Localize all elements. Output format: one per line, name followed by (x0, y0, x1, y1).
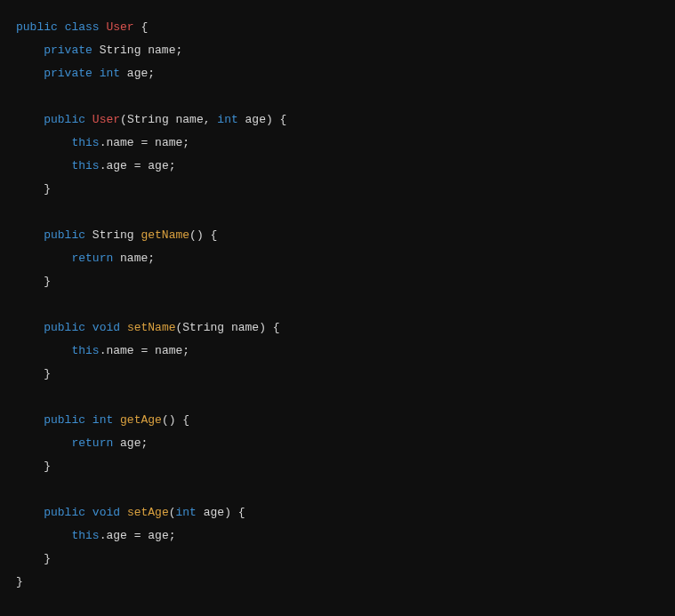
token-kw: class (65, 20, 100, 34)
token-kw: void (92, 321, 120, 334)
token-var: name (148, 44, 175, 57)
token-pn: = (141, 136, 148, 149)
token-pn: } (44, 275, 51, 288)
token-pn: } (44, 460, 51, 473)
token-pn: } (44, 552, 51, 565)
token-var: name (155, 344, 182, 357)
code-line: } (16, 455, 659, 478)
token-pn: = (134, 529, 141, 542)
token-kw: public (44, 321, 85, 334)
token-var: age (148, 159, 168, 172)
token-var: age (120, 436, 141, 450)
token-pn: , (204, 113, 218, 126)
token-pn: ) { (224, 506, 245, 519)
code-line (16, 386, 659, 409)
token-var: age (106, 159, 126, 172)
token-var: age (204, 506, 224, 519)
token-pn: } (44, 367, 51, 380)
code-line: public class User { (16, 16, 659, 39)
token-kw: return (71, 436, 113, 450)
token-kw: int (100, 67, 120, 80)
code-line: public void setName(String name) { (16, 316, 659, 340)
code-line: public User(String name, int age) { (16, 108, 659, 132)
token-cls: User (106, 20, 133, 34)
token-kw: private (44, 44, 92, 57)
code-line (16, 85, 659, 108)
code-line: return age; (16, 432, 659, 455)
token-pn: ; (169, 529, 176, 542)
token-pn: ; (141, 436, 148, 450)
token-method: getAge (120, 413, 162, 427)
token-kw: this (71, 529, 99, 542)
token-pn: ; (148, 252, 155, 265)
token-method: setName (127, 321, 176, 334)
code-line: private int age; (16, 62, 659, 85)
token-pn: } (16, 575, 23, 588)
token-type: String (100, 44, 141, 57)
token-var: name (231, 321, 259, 334)
token-kw: public (44, 506, 85, 519)
token-pn: ; (182, 344, 189, 357)
token-kw: private (44, 67, 92, 80)
token-pn: ; (169, 159, 176, 172)
code-line (16, 293, 659, 316)
code-line: this.age = age; (16, 524, 659, 548)
token-cls: User (92, 113, 120, 126)
code-line: public String getName() { (16, 224, 659, 247)
token-kw: this (71, 136, 99, 149)
token-kw: this (71, 159, 99, 172)
code-line: this.name = name; (16, 340, 659, 363)
code-line: private String name; (16, 39, 659, 62)
token-type: String (92, 228, 134, 242)
token-var: name (155, 136, 182, 149)
token-method: setAge (127, 506, 169, 519)
token-pn: { (141, 20, 148, 34)
code-line: } (16, 548, 659, 571)
token-var: age (106, 529, 126, 542)
token-pn: ( (169, 506, 176, 519)
token-var: name (120, 252, 148, 265)
code-line: } (16, 178, 659, 201)
token-kw: public (16, 20, 58, 34)
token-var: name (106, 344, 133, 357)
token-pn: ; (182, 136, 189, 149)
token-type: String (127, 113, 169, 126)
token-var: name (176, 113, 204, 126)
code-line: this.age = age; (16, 155, 659, 178)
token-pn: = (134, 159, 141, 172)
token-kw: public (44, 228, 85, 242)
token-pn: } (44, 182, 51, 196)
code-line: return name; (16, 247, 659, 270)
token-type: String (182, 321, 224, 334)
token-kw: int (217, 113, 237, 126)
code-line: } (16, 270, 659, 293)
code-editor: public class User { private String name;… (16, 16, 659, 594)
token-kw: public (44, 113, 85, 126)
token-pn: ) { (259, 321, 279, 334)
token-pn: = (141, 344, 148, 357)
token-kw: public (44, 413, 85, 427)
token-pn: ( (120, 113, 127, 126)
token-var: age (127, 67, 148, 80)
token-pn: ; (148, 67, 155, 80)
code-line (16, 201, 659, 224)
token-pn: () { (189, 228, 217, 242)
code-line: public int getAge() { (16, 409, 659, 432)
code-line: } (16, 363, 659, 386)
token-kw: void (92, 506, 120, 519)
token-kw: return (71, 252, 113, 265)
token-kw: int (92, 413, 113, 427)
token-kw: int (176, 506, 197, 519)
code-line: public void setAge(int age) { (16, 501, 659, 524)
code-line: this.name = name; (16, 132, 659, 155)
code-line: } (16, 571, 659, 594)
token-var: age (245, 113, 266, 126)
token-kw: this (71, 344, 99, 357)
token-var: age (148, 529, 168, 542)
token-var: name (106, 136, 133, 149)
token-pn: ) { (266, 113, 286, 126)
token-pn: ; (175, 44, 182, 57)
token-method: getName (141, 228, 189, 242)
token-pn: () { (162, 413, 189, 427)
code-line (16, 478, 659, 501)
